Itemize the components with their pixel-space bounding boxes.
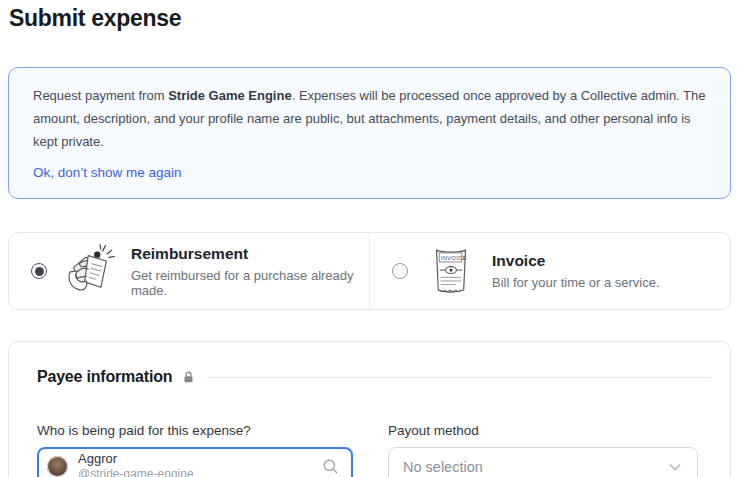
- payee-field: Who is being paid for this expense? Aggr…: [37, 423, 353, 477]
- payout-method-value: No selection: [403, 459, 483, 475]
- dismiss-banner-link[interactable]: Ok, don’t show me again: [33, 165, 182, 180]
- option-invoice[interactable]: INVOICE Invoice Bill for your time or a …: [369, 233, 730, 309]
- collective-name: Stride Game Engine: [168, 88, 292, 103]
- payee-meta: Aggror @stride-game-engine: [78, 452, 194, 477]
- option-description: Get reimbursed for a purchase already ma…: [131, 268, 355, 298]
- banner-text-start: Request payment from: [33, 88, 168, 103]
- avatar: [47, 456, 68, 477]
- svg-text:INVOICE: INVOICE: [441, 255, 467, 261]
- payee-information-card: Payee information Who is being paid for …: [8, 341, 731, 477]
- payee-form-row: Who is being paid for this expense? Aggr…: [37, 423, 711, 477]
- invoice-radio[interactable]: [392, 263, 408, 279]
- payout-method-select[interactable]: No selection: [388, 447, 698, 477]
- payout-method-field: Payout method No selection: [388, 423, 698, 477]
- section-header: Payee information: [37, 368, 711, 386]
- invoice-sketch-illustration: INVOICE: [422, 242, 480, 300]
- lock-icon: [182, 370, 195, 384]
- option-title: Invoice: [492, 252, 660, 270]
- payee-picker-input[interactable]: Aggror @stride-game-engine: [37, 447, 353, 477]
- option-title: Reimbursement: [131, 245, 355, 263]
- chevron-down-icon: [667, 459, 683, 475]
- radio-dot: [35, 267, 44, 276]
- banner-text: Request payment from Stride Game Engine.…: [33, 84, 706, 153]
- reimbursement-radio[interactable]: [31, 263, 47, 279]
- option-text: Reimbursement Get reimbursed for a purch…: [131, 245, 355, 298]
- section-title: Payee information: [37, 368, 172, 386]
- payout-method-label: Payout method: [388, 423, 698, 438]
- option-reimbursement[interactable]: Reimbursement Get reimbursed for a purch…: [9, 233, 369, 309]
- option-description: Bill for your time or a service.: [492, 275, 660, 290]
- divider: [207, 377, 711, 378]
- search-icon: [322, 458, 339, 475]
- receipt-sketch-illustration: [61, 242, 119, 300]
- submit-expense-page: Submit expense Request payment from Stri…: [0, 0, 739, 477]
- payee-handle: @stride-game-engine: [78, 467, 194, 477]
- page-title: Submit expense: [9, 5, 731, 32]
- payee-name: Aggror: [78, 452, 194, 466]
- option-text: Invoice Bill for your time or a service.: [492, 252, 660, 290]
- expense-type-options: Reimbursement Get reimbursed for a purch…: [8, 232, 731, 310]
- info-banner: Request payment from Stride Game Engine.…: [8, 67, 731, 199]
- payee-label: Who is being paid for this expense?: [37, 423, 353, 438]
